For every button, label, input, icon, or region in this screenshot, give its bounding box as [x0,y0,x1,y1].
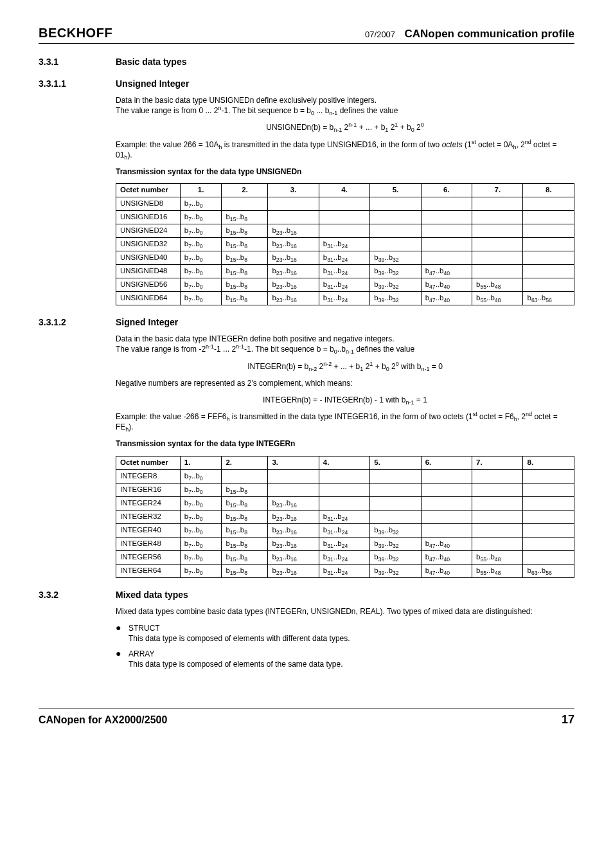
bullet-list: ● STRUCT This data type is composed of e… [116,623,574,670]
cell-empty [370,197,421,211]
sub: 1 [360,366,363,372]
sup: n-1 [236,343,244,350]
cell-empty [472,265,523,278]
cell-empty [472,496,523,510]
cell-empty [222,197,268,211]
page-number: 17 [562,713,574,727]
text: defines the value [337,106,398,115]
bullet-desc: This data type is composed of elements w… [129,634,350,643]
cell-empty [421,238,472,251]
cell-empty [472,523,523,537]
cell: b7..b0 [180,238,222,251]
section-3-3-1: 3.3.1 Basic data types [39,57,574,67]
cell-empty [523,224,574,238]
cell-empty [523,251,574,265]
cell-empty [370,496,421,510]
cell-empty [523,510,574,523]
cell-empty [319,483,369,496]
cell: b47..b40 [421,564,472,577]
table-header: 2. [222,456,268,469]
cell-empty [268,469,319,483]
table-header: 3. [268,184,319,197]
section-title: Basic data types [116,57,187,67]
sup: 0 [396,361,399,367]
table-row: INTEGER40b7..b0b15..b8b23..b16b31..b24b3… [116,523,574,537]
cell: b23..b16 [268,523,319,537]
cell-empty [319,469,369,483]
cell: b15..b8 [222,564,268,577]
cell: b15..b8 [222,510,268,523]
section-number: 3.3.2 [39,590,116,600]
bullet-desc: This data type is composed of elements o… [129,660,343,669]
cell: b23..b16 [268,496,319,510]
cell-empty [421,469,472,483]
text: octets [442,140,463,149]
cell: b23..b16 [268,238,319,251]
bullet-icon: ● [116,623,129,644]
sup: st [472,139,476,145]
cell-empty [523,496,574,510]
paragraph: Data in the basic data type UNSIGNEDn de… [116,95,574,116]
cell: b15..b8 [222,238,268,251]
table-row: UNSIGNED32b7..b0b15..b8b23..b16b31..b24 [116,238,574,251]
text: The value range is from -2 [116,345,206,354]
cell-empty [222,469,268,483]
text: -1 ... 2 [214,345,236,354]
section-body: Data in the basic data type UNSIGNEDn de… [116,95,574,305]
table-header: 6. [421,184,472,197]
table-header: 4. [319,456,369,469]
cell: b15..b8 [222,537,268,550]
cell: b7..b0 [180,550,222,564]
cell-empty [523,537,574,550]
cell-empty [319,496,369,510]
table-row: INTEGER64b7..b0b15..b8b23..b16b31..b24b3… [116,564,574,577]
list-item: ● STRUCT This data type is composed of e… [116,623,574,644]
sup: n-1 [348,122,357,128]
cell-empty [523,265,574,278]
cell-empty [319,224,369,238]
sub: 0 [411,127,414,134]
cell: b7..b0 [180,211,222,224]
cell: b63..b56 [523,564,574,577]
cell-empty [472,197,523,211]
row-label: UNSIGNED64 [116,292,181,305]
table-header: Octet number [116,184,181,197]
cell: b31..b24 [319,251,369,265]
cell-empty [421,197,472,211]
brand-logo: BECKHOFF [39,26,112,41]
cell: b31..b24 [319,564,369,577]
text: is transmitted in the data type INTEGER1… [229,412,472,421]
section-title: Unsigned Integer [116,78,189,89]
table-row: INTEGER16b7..b0b15..b8 [116,483,574,496]
cell: b15..b8 [222,550,268,564]
sub: n-1 [406,399,414,406]
text: (1 [463,140,472,149]
section-number: 3.3.1.2 [39,317,116,327]
cell: b15..b8 [222,251,268,265]
section-number: 3.3.1 [39,57,116,67]
sup: 1 [369,361,373,367]
table-header: 3. [268,456,319,469]
cell: b47..b40 [421,265,472,278]
table-row: INTEGER48b7..b0b15..b8b23..b16b31..b24b3… [116,537,574,550]
table-header: 2. [222,184,268,197]
sup: st [473,411,477,417]
cell: b47..b40 [421,550,472,564]
text: Data in the basic data type UNSIGNEDn de… [116,96,377,105]
cell-empty [472,537,523,550]
row-label: INTEGER16 [116,483,181,496]
row-label: INTEGER24 [116,496,181,510]
text: , 2 [516,140,524,149]
cell: b47..b40 [421,537,472,550]
cell: b23..b16 [268,224,319,238]
cell: b7..b0 [180,496,222,510]
cell: b63..b56 [523,292,574,305]
text: INTEGERn(b) = - INTEGERn(b) - 1 with b [263,395,405,404]
cell-empty [523,211,574,224]
table-row: UNSIGNED56b7..b0b15..b8b23..b16b31..b24b… [116,278,574,292]
cell-empty [370,510,421,523]
cell-empty [319,211,369,224]
page-header: BECKHOFF 07/2007 CANopen communication p… [39,26,574,44]
row-label: UNSIGNED8 [116,197,181,211]
cell: b7..b0 [180,469,222,483]
